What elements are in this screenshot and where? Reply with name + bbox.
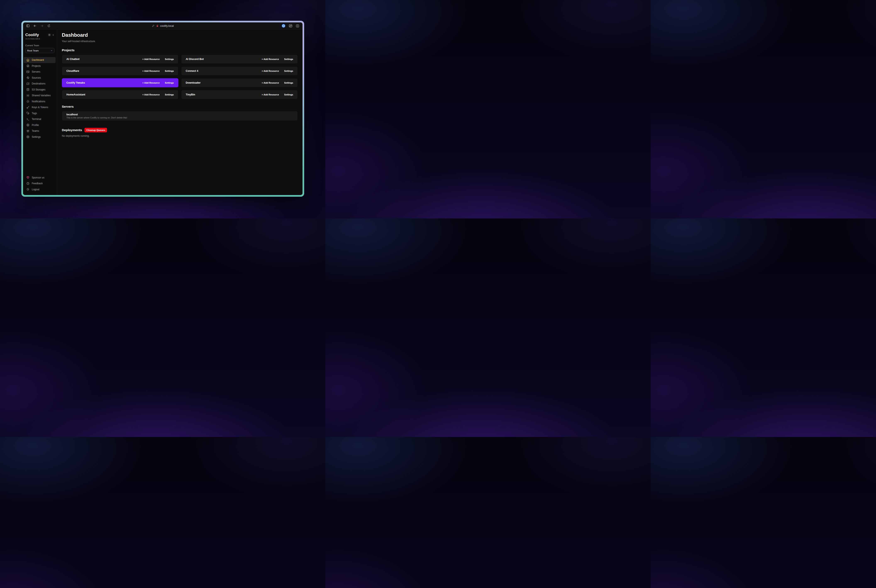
git-source-icon	[26, 76, 30, 79]
onepassword-icon[interactable]	[282, 24, 285, 28]
sidebar-toggle-icon[interactable]	[26, 24, 30, 28]
sidebar: Coolify v4.0.0-beta.420.6 Current Team R…	[23, 30, 57, 195]
sidebar-item-notifications[interactable]: Notifications	[24, 99, 56, 105]
project-settings-button[interactable]: Settings	[165, 93, 174, 96]
server-description: This is the server where Coolify is runn…	[66, 116, 293, 119]
forward-icon	[40, 24, 44, 28]
project-settings-button[interactable]: Settings	[284, 93, 293, 96]
split-view-icon[interactable]	[296, 24, 299, 28]
add-resource-button[interactable]: + Add Resource	[142, 58, 160, 60]
project-card[interactable]: HomeAssistant + Add Resource Settings	[62, 90, 178, 99]
project-name: HomeAssistant	[66, 93, 85, 96]
sidebar-item-label: Dashboard	[32, 58, 44, 62]
project-settings-button[interactable]: Settings	[165, 81, 174, 84]
app-version: v4.0.0-beta.420.6	[23, 37, 57, 40]
sidebar-item-sponsor-us[interactable]: Sponsor us	[24, 175, 56, 181]
layers-icon	[26, 64, 30, 68]
sidebar-item-s3-storages[interactable]: S3 Storages	[24, 87, 56, 93]
project-name: Connect 4	[186, 69, 198, 72]
add-resource-button[interactable]: + Add Resource	[262, 58, 279, 60]
sidebar-item-shared-variables[interactable]: Shared Variables	[24, 93, 56, 99]
sidebar-item-sources[interactable]: Sources	[24, 75, 56, 81]
page-title: Dashboard	[62, 32, 298, 38]
sidebar-item-profile[interactable]: Profile	[24, 122, 56, 128]
project-settings-button[interactable]: Settings	[165, 58, 174, 60]
sidebar-item-feedback[interactable]: Feedback	[24, 180, 56, 186]
sidebar-footer: Sponsor us Feedback Logout	[23, 175, 57, 195]
cleanup-queues-button[interactable]: Cleanup Queues	[84, 128, 107, 132]
project-name: Downloader	[186, 81, 201, 84]
team-label: Current Team	[23, 44, 57, 46]
help-circle-icon	[26, 182, 30, 185]
project-name: Cloudflare	[66, 69, 79, 72]
chevrons-updown-icon[interactable]	[52, 34, 54, 36]
sidebar-item-label: S3 Storages	[32, 88, 45, 91]
url-text[interactable]: coolify.local	[160, 24, 174, 27]
database-icon	[26, 88, 30, 91]
project-settings-button[interactable]: Settings	[284, 58, 293, 60]
sidebar-item-terminal[interactable]: Terminal	[24, 116, 56, 122]
team-select-value: Root Team	[27, 50, 39, 52]
sidebar-item-label: Profile	[32, 124, 39, 127]
sidebar-item-label: Sponsor us	[32, 176, 44, 179]
add-resource-button[interactable]: + Add Resource	[262, 81, 279, 84]
insecure-lock-icon	[156, 24, 159, 27]
sidebar-item-tags[interactable]: Tags	[24, 110, 56, 116]
bell-icon	[26, 100, 30, 103]
sun-icon[interactable]	[48, 33, 51, 36]
sidebar-item-label: Logout	[32, 188, 39, 191]
project-card[interactable]: AI Discord Bot + Add Resource Settings	[181, 55, 298, 64]
team-select[interactable]: Root Team	[26, 48, 55, 53]
project-settings-button[interactable]: Settings	[284, 70, 293, 72]
add-resource-button[interactable]: + Add Resource	[142, 81, 160, 84]
server-name: localhost	[66, 113, 293, 116]
sidebar-item-teams[interactable]: Teams	[24, 128, 56, 134]
projects-heading: Projects	[62, 48, 298, 52]
chevron-down-icon	[50, 50, 53, 52]
project-name: AI Discord Bot	[186, 58, 204, 61]
project-settings-button[interactable]: Settings	[165, 70, 174, 72]
terminal-icon	[26, 118, 30, 121]
sidebar-item-label: Shared Variables	[32, 94, 51, 97]
heart-icon	[26, 176, 30, 179]
sidebar-item-label: Servers	[32, 70, 40, 73]
project-card[interactable]: Connect 4 + Add Resource Settings	[181, 66, 298, 75]
sidebar-item-keys-tokens[interactable]: Keys & Tokens	[24, 104, 56, 110]
sidebar-item-destinations[interactable]: Destinations	[24, 81, 56, 87]
back-icon[interactable]	[33, 24, 37, 28]
project-settings-button[interactable]: Settings	[284, 81, 293, 84]
sidebar-item-servers[interactable]: Servers	[24, 69, 56, 75]
address-bar[interactable]: coolify.local	[152, 22, 174, 29]
sidebar-item-settings[interactable]: Settings	[24, 134, 56, 140]
project-card[interactable]: Downloader + Add Resource Settings	[181, 78, 298, 87]
add-resource-button[interactable]: + Add Resource	[262, 93, 279, 96]
project-name: TinyBin	[186, 93, 195, 96]
sidebar-item-logout[interactable]: Logout	[24, 186, 56, 192]
reload-icon[interactable]	[47, 24, 51, 28]
tag-icon	[26, 112, 30, 115]
project-card[interactable]: TinyBin + Add Resource Settings	[181, 90, 298, 99]
add-resource-button[interactable]: + Add Resource	[142, 93, 160, 96]
browser-window: coolify.local Coolify	[21, 21, 304, 197]
project-card-highlighted[interactable]: Coolify Tweaks + Add Resource Settings	[62, 78, 178, 87]
project-card[interactable]: AI Chatbot + Add Resource Settings	[62, 55, 178, 64]
add-resource-button[interactable]: + Add Resource	[262, 70, 279, 72]
sidebar-item-label: Teams	[32, 129, 39, 132]
sidebar-item-label: Tags	[32, 112, 37, 115]
user-circle-icon	[26, 123, 30, 127]
sidebar-item-label: Terminal	[32, 118, 41, 120]
page-subtitle: Your self-hosted infrastructure.	[62, 40, 298, 43]
server-card[interactable]: localhost This is the server where Cooli…	[62, 111, 298, 121]
sidebar-item-dashboard[interactable]: Dashboard	[24, 57, 56, 63]
key-icon	[26, 106, 30, 109]
logout-icon	[26, 188, 30, 191]
sidebar-item-label: Notifications	[32, 100, 45, 103]
sidebar-item-projects[interactable]: Projects	[24, 63, 56, 69]
browser-toolbar: coolify.local	[23, 22, 303, 30]
link-icon	[152, 24, 154, 27]
gear-icon	[26, 135, 30, 138]
project-card[interactable]: Cloudflare + Add Resource Settings	[62, 66, 178, 75]
deployments-empty-note: No deployments running.	[62, 135, 298, 137]
add-resource-button[interactable]: + Add Resource	[142, 70, 160, 72]
extensions-icon[interactable]	[289, 24, 292, 28]
